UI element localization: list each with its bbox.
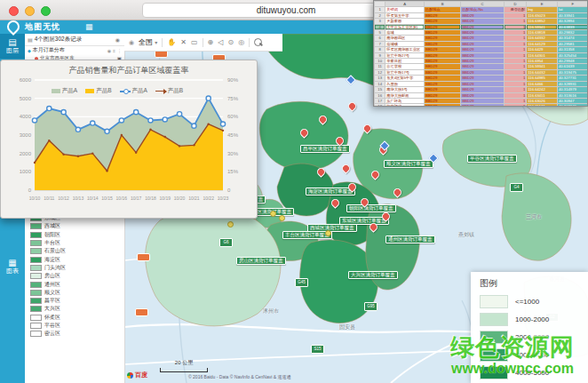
share-icon[interactable]: ◁ [218, 38, 223, 46]
settings-icon[interactable]: ◎ [238, 38, 244, 46]
district-map-label[interactable]: 通州区满货订单覆盖 [385, 235, 435, 243]
district-swatch [30, 273, 42, 279]
search-icon[interactable] [254, 38, 262, 46]
series-name: 产品A [132, 87, 147, 95]
table-cell[interactable]: 40.302346 [558, 104, 588, 107]
district-name: 大兴区 [44, 305, 60, 313]
svg-text:10/12: 10/12 [58, 195, 69, 201]
district-map-label[interactable]: 平谷区满货订单覆盖 [467, 155, 517, 163]
chevron-down-icon: ▾ [155, 40, 157, 45]
tab-chart[interactable]: ▦ 图表 [0, 254, 25, 279]
district-item[interactable]: 怀柔区 [30, 314, 66, 322]
district-swatch [30, 331, 42, 337]
apps-grid-icon[interactable]: ▦ [85, 22, 93, 31]
menu-icon[interactable]: ≡ [113, 48, 115, 53]
road-badge [137, 253, 150, 261]
legend-entry: 2000-3000 [480, 331, 588, 344]
target-icon[interactable]: ⊙ [227, 38, 234, 46]
district-swatch [30, 306, 42, 312]
visibility-icon[interactable]: ◉ [107, 48, 111, 53]
divider [162, 38, 163, 47]
table-row[interactable]: 18迎宾现代BBD29BBD291116.6517140.302346北京市怀柔… [375, 104, 588, 107]
svg-text:30%: 30% [227, 151, 239, 156]
more-icon[interactable]: ⋮ [117, 48, 122, 53]
svg-text:10/22: 10/22 [203, 195, 214, 201]
district-swatch [30, 315, 42, 321]
map-scale: 20 公里 [160, 359, 208, 372]
district-item[interactable]: 昌平区 [30, 297, 66, 305]
district-name: 顺义区 [44, 289, 60, 297]
svg-text:10/15: 10/15 [101, 195, 113, 201]
district-name: 房山区 [44, 272, 60, 280]
legend-area-swatch [52, 89, 60, 93]
table-cell[interactable]: 迎宾现代 [385, 104, 425, 107]
svg-text:10/17: 10/17 [131, 195, 142, 201]
district-item[interactable]: 顺义区 [30, 289, 66, 297]
district-name: 西城区 [44, 222, 60, 230]
district-map-label[interactable]: 房山区满货订单覆盖 [236, 257, 286, 265]
clear-tool-icon[interactable]: ✕ [180, 38, 187, 46]
legend-entry: 3000-4000 [480, 348, 588, 362]
spreadsheet-window[interactable]: ABCDEFG1关键词匹配地点匹配地点-Na是否匹配lnglat地址2怀柔第五中… [373, 0, 588, 107]
district-map-label[interactable]: 朝阳区满货订单覆盖 [346, 204, 396, 212]
marker-yellow[interactable] [279, 215, 285, 221]
legend-title: 图例 [480, 277, 588, 290]
district-map-label[interactable]: 昌平区满货订单覆盖 [300, 145, 350, 153]
highway-shield: G45 [295, 278, 308, 287]
layer-row[interactable]: ◆ 本月订单分布 ◉ ≡ ⋮ [25, 46, 124, 54]
pan-tool-icon[interactable]: ✋ [167, 38, 176, 46]
district-item[interactable]: 海淀区 [30, 255, 66, 263]
district-name: 昌平区 [44, 297, 60, 305]
legend-swatch [480, 366, 508, 379]
district-item[interactable]: 朝阳区 [30, 231, 66, 239]
table-cell[interactable]: 1 [504, 104, 527, 107]
legend-rows: <=10001000-20002000-30003000-40004000-50… [480, 295, 588, 379]
district-item[interactable]: 密云区 [30, 330, 66, 338]
legend-label: <=1000 [515, 298, 539, 306]
district-item[interactable]: 西城区 [30, 222, 66, 230]
district-item[interactable]: 大兴区 [30, 305, 66, 313]
district-map-label[interactable]: 顺义区满货订单覆盖 [384, 160, 433, 168]
district-name: 密云区 [44, 330, 60, 338]
district-item[interactable]: 通州区 [30, 280, 66, 288]
marker-yellow[interactable] [325, 230, 331, 236]
highway-shield: S15 [311, 345, 324, 354]
table-cell[interactable]: 怀柔区南华园工业区 [385, 47, 425, 52]
district-swatch [30, 323, 42, 329]
eye-icon[interactable]: ◉ [129, 39, 134, 46]
district-item[interactable]: 丰台区 [30, 239, 66, 247]
district-item[interactable]: 平谷区 [30, 322, 66, 330]
svg-text:10/11: 10/11 [44, 195, 54, 201]
district-map-label[interactable]: 大兴区满货订单覆盖 [348, 271, 398, 279]
legend-entry: 4000-5000 [480, 366, 588, 379]
chart-legend-item[interactable]: 产品B [85, 87, 111, 95]
marker-yellow[interactable] [227, 221, 234, 227]
measure-tool-icon[interactable]: ▭ [191, 38, 198, 46]
district-item[interactable]: 房山区 [30, 272, 66, 280]
baidu-logo-icon [127, 372, 133, 379]
district-item[interactable]: 石景山区 [30, 247, 66, 255]
tab-layers[interactable]: ▤ 图层 [0, 34, 25, 59]
svg-text:60%: 60% [227, 114, 239, 119]
minimize-window-button[interactable] [25, 6, 35, 16]
zoom-window-button[interactable] [41, 6, 51, 16]
district-item[interactable]: 门头沟区 [30, 264, 66, 272]
close-window-button[interactable] [9, 6, 19, 16]
marker-yellow[interactable] [270, 211, 276, 217]
highway-shield: G95 [364, 302, 377, 311]
region-dropdown[interactable]: 全国 ▾ [139, 37, 157, 47]
svg-text:6000: 6000 [20, 77, 32, 83]
chart-legend-item[interactable]: 产品A [52, 87, 77, 95]
chart-legend-item[interactable]: 产品A [120, 87, 147, 95]
eye-icon[interactable]: ◉ [115, 36, 120, 43]
locate-icon[interactable]: ⊕ [208, 38, 214, 46]
svg-text:10/13: 10/13 [73, 195, 84, 201]
svg-text:10/10: 10/10 [29, 195, 41, 201]
table-cell[interactable]: 116.65171 [527, 104, 558, 107]
series-name: 产品B [96, 87, 111, 95]
svg-text:4000: 4000 [20, 114, 32, 119]
chart-legend-item[interactable]: 产品B [155, 87, 183, 95]
svg-text:0: 0 [28, 188, 32, 193]
table-cell[interactable]: BBD29 [461, 104, 504, 107]
table-cell[interactable]: BBD29 [424, 104, 460, 107]
